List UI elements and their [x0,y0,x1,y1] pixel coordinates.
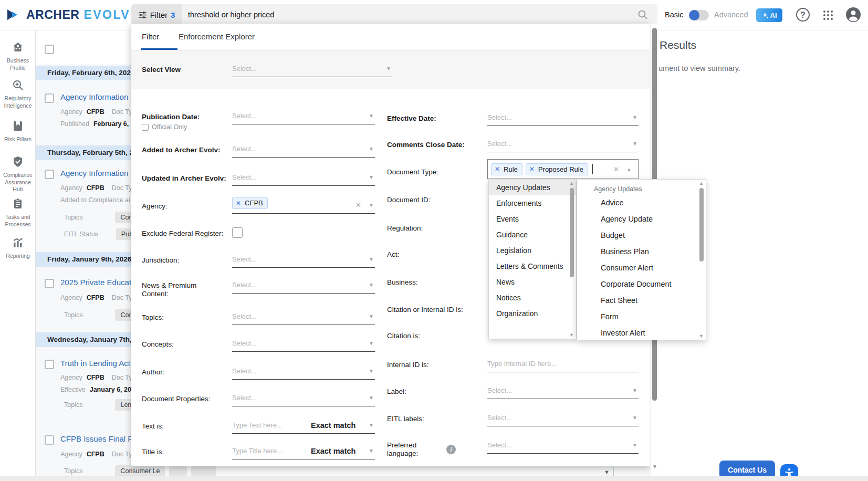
submenu-option[interactable]: Consumer Alert [577,259,706,276]
tab-filter[interactable]: Filter [142,32,159,41]
topic-chip[interactable] [191,465,216,477]
doc-checkbox[interactable] [45,170,54,179]
help-icon[interactable]: ? [796,8,810,22]
submenu-option[interactable]: Form [577,308,706,325]
author-select[interactable]: Select...▼ [232,366,375,380]
search-input[interactable]: threshold or higher priced [188,4,274,25]
preferred-language-select[interactable]: Select...▼ [487,440,639,454]
sidebar-item-reporting[interactable]: Reporting [0,236,36,260]
dropdown-option[interactable]: Guidance [489,227,576,243]
added-to-archer-evolv-select[interactable]: Select...▼ [232,144,375,158]
scrollbar-thumb[interactable] [570,188,574,277]
dropdown-option[interactable]: News [489,274,576,290]
search-icon[interactable] [637,9,648,22]
submenu-option[interactable]: Investor Alert [577,325,706,340]
chevron-down-icon: ▼ [632,442,637,448]
doc-checkbox[interactable] [45,360,54,369]
document-properties-select[interactable]: Select...▼ [232,393,375,406]
sidebar-item-compliance-assurance-hub[interactable]: Compliance Assurance Hub [0,155,36,193]
effective-date-select[interactable]: Select...▼ [487,112,639,126]
submenu-option[interactable]: Fact Sheet [577,292,706,308]
dropdown-option[interactable]: Legislation [489,243,576,258]
title-is-input[interactable]: Type Title here... [232,447,283,455]
list-scroll-down-icon[interactable]: ▼ [604,469,610,475]
topics-select[interactable]: Select...▼ [232,311,375,325]
label-select[interactable]: Select...▼ [487,385,639,399]
basic-advanced-toggle[interactable] [689,10,709,20]
chevron-down-icon: ▼ [369,146,374,152]
apps-grid-icon[interactable] [822,9,834,23]
document-type-field[interactable]: ✕Rule ✕Proposed Rule ✕ ▲ [487,159,639,179]
dropdown-option[interactable]: Enforcements [489,195,576,211]
dropdown-option[interactable]: Letters & Comments [489,258,576,274]
dropdown-option[interactable]: Events [489,211,576,227]
dropdown-scrollbar[interactable]: ▲ ▼ [569,181,575,338]
app-logo[interactable]: ARCHEREVOLV [6,7,130,22]
sidebar-item-risk-pillars[interactable]: Risk Pillars [0,120,36,143]
scrollbar-thumb[interactable] [699,188,704,262]
sidebar-item-tasks-and-processes[interactable]: Tasks and Processes [0,197,36,228]
doc-title-link[interactable]: 2025 Private Educatio [60,278,138,287]
ai-button[interactable]: AI [756,8,782,22]
doc-title-link[interactable]: Agency Information Co [60,92,141,101]
doc-meta: PublishedFebruary 6, 202 [60,120,142,128]
exclude-federal-register-checkbox[interactable] [232,227,243,238]
remove-chip-icon[interactable]: ✕ [236,200,241,207]
chevron-down-icon: ▼ [632,141,637,147]
title-match-select[interactable]: Exact match [311,447,355,455]
scroll-up-icon[interactable]: ▲ [699,181,704,186]
tab-enforcement-explorer[interactable]: Enforcement Explorer [179,32,255,41]
submenu-option[interactable]: Budget [577,227,706,243]
text-match-select[interactable]: Exact match [311,421,355,430]
jurisdiction-label: Jurisdiction: [142,256,179,265]
topic-chip[interactable]: Consumer Le [115,465,165,477]
jurisdiction-select[interactable]: Select...▼ [232,254,375,268]
filter-button[interactable]: Filter 3 [131,4,182,25]
doc-checkbox[interactable] [45,435,54,445]
sidebar-item-regulatory-intelligence[interactable]: Regulatory Intelligence [0,79,36,109]
clear-field-icon[interactable]: ✕ [355,201,361,209]
agency-select[interactable]: ✕CFPB ✕ ▼ [232,197,375,214]
scroll-down-icon[interactable]: ▼ [652,464,657,469]
account-icon[interactable] [845,7,861,25]
comments-close-date-select[interactable]: Select...▼ [487,139,639,152]
publication-date-select[interactable]: Select...▼ [232,111,375,124]
scroll-down-icon[interactable]: ▼ [569,332,574,338]
text-is-field[interactable]: Type Text here...Exact match▼ [232,420,375,434]
scroll-down-icon[interactable]: ▼ [699,333,704,339]
scroll-up-icon[interactable]: ▲ [569,181,574,186]
select-view-select[interactable]: Select...▼ [232,64,392,77]
chevron-up-icon[interactable]: ▲ [626,166,632,172]
info-icon[interactable]: i [446,445,456,454]
clear-field-icon[interactable]: ✕ [613,165,619,173]
preferred-language-label: Preferred language: [387,441,429,458]
doc-meta: AgencyCFPBDoc Type [60,184,139,192]
remove-chip-icon[interactable]: ✕ [495,165,500,173]
text-is-input[interactable]: Type Text here... [232,421,283,429]
topic-chip[interactable] [169,465,187,477]
internal-id-input[interactable]: Type Internal ID here... [487,359,639,372]
eitl-labels-select[interactable]: Select...▼ [487,413,639,426]
doc-title-link[interactable]: Agency Information Co [60,169,141,177]
remove-chip-icon[interactable]: ✕ [529,165,535,173]
dropdown-option[interactable]: Notices [489,290,576,306]
dropdown-option[interactable]: Agency Updates [489,180,576,195]
effective-date-label: Effective Date: [387,114,436,123]
title-is-field[interactable]: Type Title here...Exact match▼ [232,446,375,459]
sidebar-item-business-profile[interactable]: Business Profile [0,41,36,71]
doc-checkbox[interactable] [45,93,54,103]
news-premium-content-select[interactable]: Select...▼ [232,280,375,294]
submenu-option[interactable]: Advice [577,194,706,211]
submenu-option[interactable]: Business Plan [577,243,706,259]
submenu-option[interactable]: Corporate Document [577,276,706,292]
dropdown-option[interactable]: Organization [489,306,576,321]
official-only-checkbox[interactable] [142,124,149,131]
doc-checkbox[interactable] [45,279,54,288]
select-all-checkbox[interactable] [45,45,54,54]
submenu-option[interactable]: Agency Update [577,211,706,227]
concepts-select[interactable]: Select...▼ [232,338,375,352]
updated-in-archer-evolv-select[interactable]: Select...▼ [232,172,375,186]
doc-title-link[interactable]: Truth in Lending Act (R [60,359,141,368]
submenu-scrollbar[interactable]: ▲ ▼ [698,181,705,339]
bottom-strip [0,476,868,481]
